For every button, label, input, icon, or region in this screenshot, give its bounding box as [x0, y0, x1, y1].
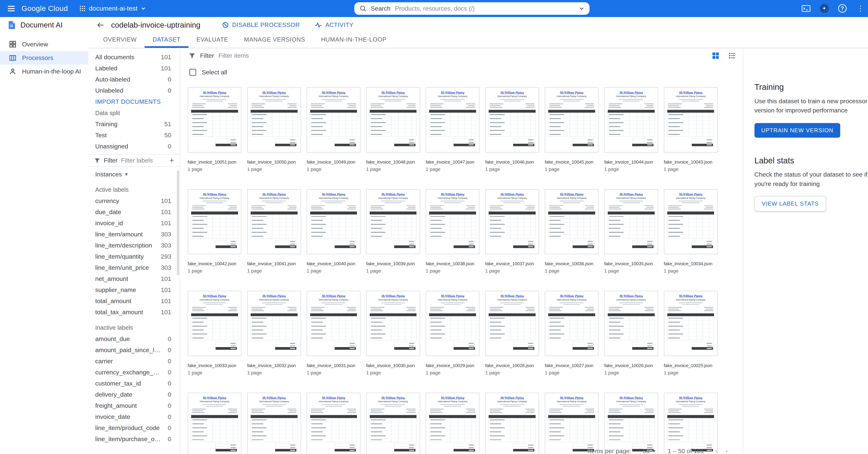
cloud-shell-icon[interactable] [799, 2, 813, 15]
select-all-checkbox[interactable] [189, 69, 196, 76]
document-card[interactable]: McWilliam PipingInternational Piping Com… [247, 87, 301, 172]
active-label-row[interactable]: line_item/quantity293 [88, 251, 180, 262]
inactive-label-row[interactable]: carrier0 [88, 356, 180, 367]
document-card[interactable]: McWilliam PipingInternational Piping Com… [247, 291, 301, 375]
document-card[interactable]: McWilliam PipingInternational Piping Com… [604, 189, 658, 274]
active-label-row[interactable]: currency101 [88, 195, 180, 206]
document-card[interactable]: McWilliam PipingInternational Piping Com… [307, 87, 361, 172]
invoice-totals-table [394, 342, 415, 350]
project-selector[interactable]: document-ai-test [76, 3, 149, 14]
active-label-row[interactable]: invoice_id101 [88, 218, 180, 229]
document-card[interactable]: McWilliam PipingInternational Piping Com… [188, 189, 242, 274]
document-card[interactable]: McWilliam PipingInternational Piping Com… [664, 393, 718, 454]
hamburger-menu-icon[interactable] [4, 2, 18, 15]
inactive-label-row[interactable]: amount_paid_since_last_i...0 [88, 344, 180, 356]
document-card[interactable]: McWilliam PipingInternational Piping Com… [247, 393, 301, 454]
document-card[interactable]: McWilliam PipingInternational Piping Com… [545, 189, 598, 274]
document-card[interactable]: McWilliam PipingInternational Piping Com… [426, 87, 479, 172]
document-card[interactable]: McWilliam PipingInternational Piping Com… [664, 87, 718, 172]
document-card[interactable]: McWilliam PipingInternational Piping Com… [545, 393, 598, 454]
inactive-label-row[interactable]: amount_due0 [88, 333, 180, 344]
list-view-icon[interactable] [728, 52, 736, 59]
uptrain-new-version-button[interactable]: UPTRAIN NEW VERSION [754, 123, 840, 138]
document-card[interactable]: McWilliam PipingInternational Piping Com… [545, 291, 598, 375]
inactive-label-row[interactable]: currency_exchange_rate0 [88, 367, 180, 378]
more-options-icon[interactable]: ⋮ [854, 2, 867, 15]
inactive-label-row[interactable]: customer_tax_id0 [88, 378, 180, 389]
sidebar-item-processors[interactable]: Processors [0, 51, 88, 65]
document-count-row[interactable]: Unlabeled0 [88, 85, 180, 96]
active-label-row[interactable]: line_item/amount303 [88, 229, 180, 240]
document-card[interactable]: McWilliam PipingInternational Piping Com… [604, 291, 658, 375]
search-input[interactable]: Search Products, resources, docs (/) [354, 2, 590, 15]
tab-evaluate[interactable]: EVALUATE [189, 33, 236, 48]
back-arrow-icon[interactable] [94, 19, 106, 31]
document-card[interactable]: McWilliam PipingInternational Piping Com… [366, 291, 420, 375]
document-card[interactable]: McWilliam PipingInternational Piping Com… [366, 393, 420, 454]
document-card[interactable]: McWilliam PipingInternational Piping Com… [664, 291, 718, 375]
document-card[interactable]: McWilliam PipingInternational Piping Com… [188, 393, 242, 454]
data-split-row[interactable]: Test50 [88, 130, 180, 141]
document-card[interactable]: McWilliam PipingInternational Piping Com… [604, 393, 658, 454]
tab-human-in-the-loop[interactable]: HUMAN-IN-THE-LOOP [313, 33, 395, 48]
document-card[interactable]: McWilliam PipingInternational Piping Com… [485, 87, 539, 172]
inactive-label-row[interactable]: delivery_date0 [88, 389, 180, 400]
import-documents-button[interactable]: IMPORT DOCUMENTS [88, 96, 167, 107]
search-chevron-down-icon[interactable] [579, 6, 585, 11]
inactive-label-row[interactable]: line_item/product_code0 [88, 422, 180, 433]
page-size-selector[interactable]: 50 ▼ [643, 447, 656, 454]
document-card[interactable]: McWilliam PipingInternational Piping Com… [485, 291, 539, 375]
document-card[interactable]: McWilliam PipingInternational Piping Com… [426, 393, 479, 454]
activity-button[interactable]: ACTIVITY [315, 21, 353, 29]
inactive-label-row[interactable]: invoice_date0 [88, 411, 180, 422]
document-count-row[interactable]: Labeled101 [88, 63, 180, 74]
prev-page-icon[interactable]: ‹ [715, 447, 718, 454]
active-label-row[interactable]: due_date101 [88, 206, 180, 218]
document-card[interactable]: McWilliam PipingInternational Piping Com… [247, 189, 301, 274]
instances-dropdown[interactable]: Instances ▼ [88, 167, 180, 180]
data-split-row[interactable]: Training51 [88, 118, 180, 130]
help-icon[interactable]: ? [836, 2, 849, 15]
next-page-icon[interactable]: › [726, 447, 728, 454]
document-card[interactable]: McWilliam PipingInternational Piping Com… [485, 189, 539, 274]
document-card[interactable]: McWilliam PipingInternational Piping Com… [307, 291, 361, 375]
inactive-label-row[interactable]: line_item/purchase_order0 [88, 433, 180, 445]
label-filter-row[interactable]: Filter Filter labels + [88, 154, 180, 167]
document-card[interactable]: McWilliam PipingInternational Piping Com… [604, 87, 658, 172]
active-label-row[interactable]: total_amount101 [88, 295, 180, 307]
sidebar-item-human-in-the-loop-ai[interactable]: Human-in-the-loop AI [0, 65, 88, 78]
document-card[interactable]: McWilliam PipingInternational Piping Com… [307, 393, 361, 454]
active-label-row[interactable]: supplier_name101 [88, 284, 180, 295]
document-card[interactable]: McWilliam PipingInternational Piping Com… [366, 87, 420, 172]
data-split-row[interactable]: Unassigned0 [88, 141, 180, 152]
tab-manage-versions[interactable]: MANAGE VERSIONS [236, 33, 313, 48]
document-card[interactable]: McWilliam PipingInternational Piping Com… [426, 189, 479, 274]
tab-dataset[interactable]: DATASET [145, 33, 188, 48]
invoice-totals-table [335, 138, 356, 146]
active-label-row[interactable]: line_item/description303 [88, 240, 180, 251]
document-card[interactable]: McWilliam PipingInternational Piping Com… [366, 189, 420, 274]
document-card[interactable]: McWilliam PipingInternational Piping Com… [545, 87, 598, 172]
items-filter-placeholder[interactable]: Filter items [219, 52, 249, 59]
active-label-row[interactable]: net_amount101 [88, 273, 180, 284]
panel-scrollbar[interactable] [177, 170, 179, 275]
document-card[interactable]: McWilliam PipingInternational Piping Com… [188, 87, 242, 172]
inactive-label-row[interactable]: freight_amount0 [88, 400, 180, 411]
account-status-icon[interactable]: ✦ [817, 2, 831, 15]
document-count-row[interactable]: All documents101 [88, 52, 180, 63]
document-count-row[interactable]: Auto-labeled0 [88, 74, 180, 85]
document-card[interactable]: McWilliam PipingInternational Piping Com… [188, 291, 242, 375]
document-card[interactable]: McWilliam PipingInternational Piping Com… [307, 189, 361, 274]
grid-view-icon[interactable] [712, 52, 719, 59]
active-label-row[interactable]: total_tax_amount101 [88, 307, 180, 318]
document-card[interactable]: McWilliam PipingInternational Piping Com… [664, 189, 718, 274]
document-card[interactable]: McWilliam PipingInternational Piping Com… [426, 291, 479, 375]
active-label-row[interactable]: line_item/unit_price303 [88, 262, 180, 273]
select-all-control[interactable]: Select all [189, 69, 743, 76]
view-label-stats-button[interactable]: VIEW LABEL STATS [754, 196, 826, 211]
tab-overview[interactable]: OVERVIEW [95, 33, 145, 48]
sidebar-item-overview[interactable]: Overview [0, 37, 88, 51]
add-label-icon[interactable]: + [169, 157, 174, 164]
document-card[interactable]: McWilliam PipingInternational Piping Com… [485, 393, 539, 454]
disable-processor-button[interactable]: DISABLE PROCESSOR [222, 22, 300, 28]
